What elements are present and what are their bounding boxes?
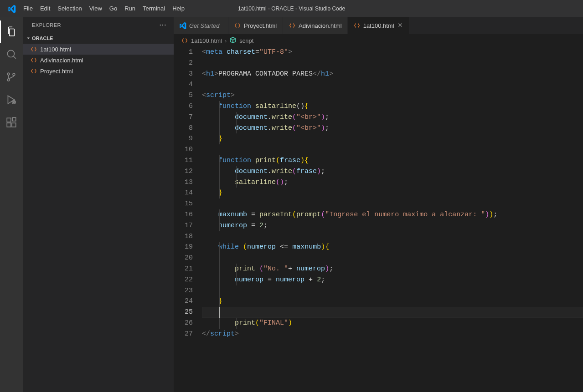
- line-number: 17: [174, 220, 193, 231]
- breadcrumbs[interactable]: 1at100.html › script: [174, 34, 583, 47]
- code-line[interactable]: }: [202, 296, 583, 307]
- editor-tab[interactable]: Get Started: [174, 17, 228, 34]
- file-item[interactable]: 1at100.html: [23, 44, 174, 55]
- menu-run[interactable]: Run: [121, 0, 139, 17]
- html-icon: [181, 37, 188, 44]
- activity-extensions[interactable]: [0, 112, 23, 134]
- code-line[interactable]: <meta charset="UTF-8">: [202, 47, 583, 58]
- line-number: 15: [174, 199, 193, 209]
- sidebar-more-button[interactable]: ⋯: [159, 20, 167, 29]
- code-line[interactable]: numerop = numerop + 2;: [202, 275, 583, 285]
- menu-view[interactable]: View: [86, 0, 106, 17]
- line-number: 16: [174, 209, 193, 220]
- code-line[interactable]: }: [202, 133, 583, 144]
- indent-guide: [219, 166, 220, 177]
- chevron-down-icon: [25, 36, 32, 41]
- code-line[interactable]: document.write("<br>");: [202, 123, 583, 134]
- sidebar-section[interactable]: ORACLE: [23, 33, 174, 44]
- code-line[interactable]: [202, 79, 583, 90]
- sidebar: EXPLORER ⋯ ORACLE 1at100.htmlAdivinacion…: [23, 17, 174, 392]
- menu-selection[interactable]: Selection: [54, 0, 85, 17]
- file-name: Proyect.html: [40, 68, 73, 75]
- editor-tab[interactable]: Adivinacion.html: [283, 17, 348, 34]
- file-list: 1at100.htmlAdivinacion.htmlProyect.html: [23, 44, 174, 76]
- indent-guide: [236, 166, 237, 177]
- indent-guide: [219, 133, 220, 144]
- line-number: 26: [174, 318, 193, 329]
- activity-explorer[interactable]: [0, 20, 23, 43]
- indent-guide: [219, 242, 220, 253]
- line-number: 18: [174, 231, 193, 242]
- svg-point-2: [7, 79, 10, 81]
- svg-rect-5: [7, 118, 11, 122]
- vscode-icon: [179, 22, 186, 29]
- code-line[interactable]: <script>: [202, 90, 583, 101]
- code-line[interactable]: document.write("<br>");: [202, 112, 583, 123]
- code-line[interactable]: print ("No. "+ numerop);: [202, 264, 583, 275]
- code-line[interactable]: numerop = 2;: [202, 220, 583, 231]
- sidebar-header: EXPLORER ⋯: [23, 17, 174, 33]
- code-line[interactable]: [202, 199, 583, 209]
- tab-label: Adivinacion.html: [299, 22, 342, 29]
- chevron-right-icon: ›: [225, 37, 227, 44]
- file-item[interactable]: Proyect.html: [23, 66, 174, 76]
- cube-icon: [229, 36, 237, 45]
- extensions-icon: [5, 117, 17, 130]
- code-line[interactable]: }: [202, 188, 583, 199]
- code-line[interactable]: maxnumb = parseInt(prompt("Ingrese el nu…: [202, 209, 583, 220]
- editor-tab[interactable]: 1at100.html: [348, 17, 409, 34]
- activity-source-control[interactable]: [0, 66, 23, 89]
- code-line[interactable]: [202, 253, 583, 264]
- indent-guide: [236, 318, 237, 329]
- line-number: 1: [174, 47, 193, 58]
- indent-guide: [219, 275, 220, 285]
- indent-guide: [236, 112, 237, 123]
- indent-guide: [219, 285, 220, 296]
- search-icon: [5, 48, 17, 61]
- activity-search[interactable]: [0, 43, 23, 66]
- indent-guide: [219, 101, 220, 112]
- line-number: 3: [174, 69, 193, 80]
- code-line[interactable]: <h1>PROGRAMA CONTADOR PARES</h1>: [202, 69, 583, 80]
- menu-terminal[interactable]: Terminal: [139, 0, 169, 17]
- line-number: 8: [174, 123, 193, 134]
- code-line[interactable]: saltarline();: [202, 177, 583, 188]
- code-content[interactable]: <meta charset="UTF-8"><h1>PROGRAMA CONTA…: [202, 47, 583, 392]
- menu-file[interactable]: File: [20, 0, 36, 17]
- html-icon: [353, 22, 361, 29]
- code-line[interactable]: [202, 285, 583, 296]
- tab-bar: Get StartedProyect.htmlAdivinacion.html1…: [174, 17, 583, 34]
- code-line[interactable]: [202, 144, 583, 155]
- indent-guide: [236, 123, 237, 134]
- activity-bar: [0, 17, 23, 392]
- line-number: 12: [174, 166, 193, 177]
- indent-guide: [219, 220, 220, 231]
- editor-tab[interactable]: Proyect.html: [228, 17, 283, 34]
- line-number: 11: [174, 155, 193, 166]
- html-icon: [30, 56, 37, 64]
- line-number: 19: [174, 242, 193, 253]
- code-line[interactable]: function saltarline(){: [202, 101, 583, 112]
- close-icon[interactable]: [397, 22, 403, 30]
- main-layout: EXPLORER ⋯ ORACLE 1at100.htmlAdivinacion…: [0, 17, 583, 392]
- code-line[interactable]: while (numerop <= maxnumb){: [202, 242, 583, 253]
- html-icon: [30, 67, 37, 75]
- menu-go[interactable]: Go: [106, 0, 121, 17]
- html-icon: [30, 46, 37, 53]
- menu-help[interactable]: Help: [169, 0, 188, 17]
- tab-label: Get Started: [189, 22, 219, 29]
- activity-run[interactable]: [0, 89, 23, 112]
- code-line[interactable]: [202, 231, 583, 242]
- code-line[interactable]: </script>: [202, 329, 583, 340]
- menu-edit[interactable]: Edit: [36, 0, 54, 17]
- code-line[interactable]: [202, 58, 583, 69]
- sidebar-section-label: ORACLE: [32, 36, 53, 41]
- code-line[interactable]: document.write(frase);: [202, 166, 583, 177]
- tab-label: Proyect.html: [244, 22, 277, 29]
- code-line[interactable]: function print(frase){: [202, 155, 583, 166]
- code-line[interactable]: [202, 307, 583, 318]
- code-editor[interactable]: 1234567891011121314151617181920212223242…: [174, 47, 583, 392]
- code-line[interactable]: print("FINAL"): [202, 318, 583, 329]
- file-item[interactable]: Adivinacion.html: [23, 55, 174, 66]
- file-name: 1at100.html: [40, 46, 71, 53]
